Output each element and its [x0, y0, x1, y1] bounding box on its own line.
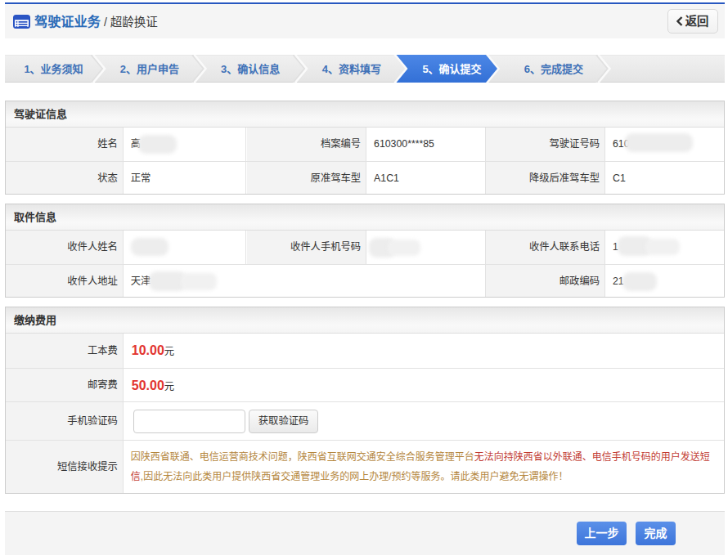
svg-text:5、确认提交: 5、确认提交	[422, 63, 481, 75]
svg-text:6、完成提交: 6、完成提交	[524, 63, 583, 75]
svg-text:2、用户申告: 2、用户申告	[120, 63, 179, 75]
svg-text:4、资料填写: 4、资料填写	[322, 63, 381, 75]
svg-text:1、业务须知: 1、业务须知	[24, 63, 83, 75]
svg-text:3、确认信息: 3、确认信息	[221, 63, 280, 75]
